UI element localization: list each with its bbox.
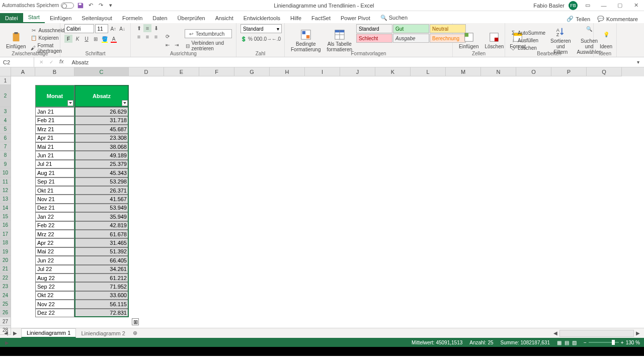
table-row[interactable]: Mai 22 <box>35 247 74 256</box>
table-row[interactable]: 26.371 <box>74 186 129 195</box>
row-header-26[interactable]: 26 <box>0 308 11 317</box>
row-header-20[interactable]: 20 <box>0 256 11 264</box>
save-icon[interactable] <box>77 2 84 9</box>
table-row[interactable]: 41.567 <box>74 195 129 203</box>
table-row[interactable]: 26.629 <box>74 107 129 116</box>
row-header-25[interactable]: 25 <box>0 300 11 308</box>
col-header-N[interactable]: N <box>481 67 516 76</box>
col-header-E[interactable]: E <box>164 67 199 76</box>
row-header-14[interactable]: 14 <box>0 204 11 212</box>
align-center-icon[interactable]: ≡ <box>143 33 151 41</box>
accept-formula-icon[interactable]: ✓ <box>47 58 55 66</box>
table-row[interactable]: Nov 21 <box>35 195 74 203</box>
maximize-icon[interactable]: ▢ <box>614 1 626 11</box>
view-page-break-icon[interactable]: ▧ <box>572 340 577 345</box>
align-top-icon[interactable]: ⬆ <box>135 24 143 32</box>
table-row[interactable]: 34.261 <box>74 265 129 274</box>
font-name-select[interactable]: Calibri <box>64 24 94 33</box>
row-header-9[interactable]: 9 <box>0 160 11 168</box>
table-row[interactable]: Jun 21 <box>35 151 74 159</box>
qat-dropdown-icon[interactable]: ▾ <box>107 2 114 9</box>
row-header-24[interactable]: 24 <box>0 291 11 300</box>
col-header-P[interactable]: P <box>551 67 587 76</box>
table-row[interactable]: Okt 22 <box>35 291 74 300</box>
tab-powerpivot[interactable]: Power Pivot <box>336 13 375 23</box>
col-header-A[interactable]: A <box>11 67 35 76</box>
table-row[interactable]: 42.819 <box>74 221 129 230</box>
fill-color-button[interactable]: 🪣 <box>101 35 109 43</box>
table-row[interactable]: 53.298 <box>74 177 129 186</box>
view-page-layout-icon[interactable]: ▤ <box>565 340 569 345</box>
zoom-out-icon[interactable]: − <box>584 340 587 345</box>
border-button[interactable]: ⊞ <box>92 35 100 43</box>
table-row[interactable]: 51.392 <box>74 247 129 256</box>
table-row[interactable]: Jan 22 <box>35 212 74 221</box>
orientation-button[interactable]: ⟳ <box>164 32 172 40</box>
table-row[interactable]: 56.115 <box>74 300 129 308</box>
autosum-button[interactable]: ΣAutoSumme <box>509 30 546 37</box>
col-header-C[interactable]: C <box>74 67 129 76</box>
increase-font-icon[interactable]: A↑ <box>109 25 117 33</box>
style-standard[interactable]: Standard <box>356 24 392 33</box>
row-header-23[interactable]: 23 <box>0 282 11 291</box>
table-row[interactable]: Sep 22 <box>35 282 74 291</box>
table-row[interactable]: 66.405 <box>74 256 129 264</box>
select-all-corner[interactable] <box>0 67 11 76</box>
tab-suchen[interactable]: 🔍 Suchen <box>375 13 413 23</box>
col-header-F[interactable]: F <box>199 67 234 76</box>
col-header-G[interactable]: G <box>234 67 270 76</box>
table-row[interactable]: Nov 22 <box>35 300 74 308</box>
zoom-in-icon[interactable]: + <box>621 340 624 345</box>
row-header-10[interactable]: 10 <box>0 168 11 177</box>
table-row[interactable]: 25.379 <box>74 160 129 168</box>
tab-einfuegen[interactable]: Einfügen <box>45 13 76 23</box>
table-header-absatz[interactable]: Absatz <box>74 85 129 107</box>
add-sheet-button[interactable]: ⊕ <box>130 330 140 336</box>
tab-file[interactable]: Datei <box>0 13 23 23</box>
table-row[interactable]: 71.952 <box>74 282 129 291</box>
inc-indent-icon[interactable]: ⇥ <box>173 41 181 49</box>
fill-button[interactable]: ↓Ausfüllen <box>509 37 546 44</box>
tab-formeln[interactable]: Formeln <box>117 13 147 23</box>
table-row[interactable]: Apr 21 <box>35 134 74 142</box>
user-avatar[interactable]: FB <box>569 1 578 10</box>
tab-nav-next-icon[interactable]: ▶ <box>11 329 19 337</box>
cancel-formula-icon[interactable]: ✕ <box>37 58 45 66</box>
sheet-tab-2[interactable]: Liniendiagramm 2 <box>76 329 130 337</box>
col-header-M[interactable]: M <box>446 67 481 76</box>
redo-icon[interactable]: ↷ <box>97 2 104 9</box>
col-header-K[interactable]: K <box>375 67 411 76</box>
row-header-16[interactable]: 16 <box>0 221 11 229</box>
row-header-6[interactable]: 6 <box>0 134 11 142</box>
formula-bar[interactable]: Absatz <box>69 59 634 65</box>
table-row[interactable]: Jun 22 <box>35 256 74 264</box>
col-header-B[interactable]: B <box>35 67 74 76</box>
view-normal-icon[interactable]: ▦ <box>557 340 561 345</box>
horizontal-scrollbar[interactable]: ◀▶ <box>551 330 642 337</box>
italic-button[interactable]: K <box>73 35 82 43</box>
table-row[interactable]: Mai 21 <box>35 142 74 151</box>
table-row[interactable]: Mrz 21 <box>35 125 74 133</box>
col-header-D[interactable]: D <box>129 67 164 76</box>
style-gut[interactable]: Gut <box>393 24 429 33</box>
style-ausgabe[interactable]: Ausgabe <box>393 34 429 43</box>
share-button[interactable]: 🔗 Teilen <box>564 15 593 23</box>
table-row[interactable]: Feb 22 <box>35 221 74 230</box>
row-header-8[interactable]: 8 <box>0 151 11 159</box>
record-macro-icon[interactable]: ▶ <box>4 339 10 345</box>
align-left-icon[interactable]: ≡ <box>135 33 143 41</box>
tab-ansicht[interactable]: Ansicht <box>210 13 238 23</box>
style-schlecht[interactable]: Schlecht <box>356 34 392 43</box>
table-row[interactable]: Jan 21 <box>35 107 74 116</box>
table-row[interactable]: Mrz 22 <box>35 230 74 238</box>
table-row[interactable]: Dez 22 <box>35 309 74 317</box>
decrease-font-icon[interactable]: A↓ <box>118 25 126 33</box>
row-header-12[interactable]: 12 <box>0 186 11 195</box>
minimize-icon[interactable]: — <box>598 1 610 11</box>
tab-start[interactable]: Start <box>23 12 45 23</box>
row-header-7[interactable]: 7 <box>0 142 11 151</box>
number-format-select[interactable]: Standard▾ <box>240 24 282 33</box>
align-bottom-icon[interactable]: ⬇ <box>152 24 160 32</box>
col-header-O[interactable]: O <box>516 67 551 76</box>
tab-seitenlayout[interactable]: Seitenlayout <box>76 13 117 23</box>
